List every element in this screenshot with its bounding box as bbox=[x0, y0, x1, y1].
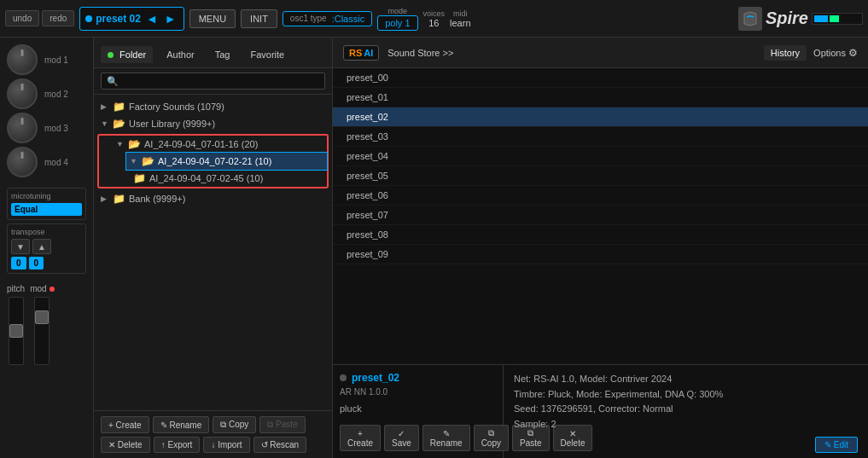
tree-arrow-ai1: ▼ bbox=[116, 140, 125, 148]
preset-item[interactable]: preset_00 bbox=[333, 68, 868, 88]
mod4-row: mod 4 bbox=[7, 147, 86, 177]
tree-arrow-ai2: ▼ bbox=[130, 157, 138, 165]
tree-item-ai-folder1[interactable]: ▼ 📂 AI_24-09-04_07-01-16 (20) bbox=[113, 136, 327, 153]
transpose-val2[interactable]: 0 bbox=[29, 257, 44, 270]
top-bar: undo redo preset 02 ◄ ► MENU INIT osc1 t… bbox=[0, 0, 868, 38]
mod1-knob[interactable] bbox=[7, 44, 38, 75]
midi-learn-button[interactable]: learn bbox=[450, 18, 470, 28]
preset-item[interactable]: preset_02 bbox=[333, 107, 868, 127]
seed-info: Seed: 1376296591, Corrector: Normal bbox=[514, 402, 858, 417]
mode-value[interactable]: poly 1 bbox=[377, 15, 417, 31]
tree-item-ai-folder3[interactable]: 📁 AI_24-09-04_07-02-45 (10) bbox=[126, 170, 327, 187]
copy-folder-button[interactable]: ⧉ Copy bbox=[213, 416, 256, 433]
rename-folder-button[interactable]: ✎ Rename bbox=[153, 416, 210, 433]
preset-item[interactable]: preset_07 bbox=[333, 206, 868, 225]
mod-slider-label: mod bbox=[30, 284, 46, 293]
menu-button[interactable]: MENU bbox=[189, 9, 236, 28]
ai-folder3-label: AI_24-09-04_07-02-45 (10) bbox=[149, 173, 263, 183]
folder-icon-userlibrary: 📂 bbox=[113, 118, 125, 130]
osc-label: osc1 type bbox=[290, 14, 327, 23]
bank-label: Bank (9999+) bbox=[129, 194, 185, 204]
pitch-slider[interactable] bbox=[9, 297, 24, 365]
transpose-section: transpose ▼ ▲ 0 0 bbox=[7, 223, 86, 274]
mod4-knob[interactable] bbox=[7, 147, 38, 177]
search-input[interactable] bbox=[101, 72, 325, 90]
tab-author-label: Author bbox=[166, 49, 194, 60]
preset-type: pluck bbox=[340, 403, 496, 414]
bottom-rename-button[interactable]: ✎ Rename bbox=[422, 425, 470, 451]
delete-folder-button[interactable]: ✕ Delete bbox=[101, 437, 150, 453]
tab-favorite[interactable]: Favorite bbox=[243, 46, 291, 63]
import-folder-button[interactable]: ↓ Import bbox=[203, 437, 249, 453]
preset-dot bbox=[85, 15, 92, 22]
preset-info-right: Net: RS-AI 1.0, Model: Contriver 2024 Ti… bbox=[504, 365, 868, 458]
gear-icon: ⚙ bbox=[848, 47, 858, 59]
tree-item-ai-folder2[interactable]: ▼ 📂 AI_24-09-04_07-02-21 (10) bbox=[126, 153, 327, 170]
transpose-up-button[interactable]: ▲ bbox=[32, 239, 51, 254]
sound-store-link[interactable]: Sound Store >> bbox=[387, 48, 453, 58]
undo-redo-group: undo redo bbox=[5, 10, 74, 26]
options-label: Options bbox=[813, 48, 846, 58]
export-folder-button[interactable]: ↑ Export bbox=[154, 437, 201, 453]
init-button[interactable]: INIT bbox=[241, 9, 277, 28]
transpose-arrows: ▼ ▲ bbox=[11, 239, 82, 254]
mod-slider[interactable] bbox=[34, 297, 50, 365]
osc-value: :Classic bbox=[332, 14, 365, 24]
preset-item[interactable]: preset_06 bbox=[333, 186, 868, 206]
history-tab[interactable]: History bbox=[764, 45, 807, 61]
undo-button[interactable]: undo bbox=[5, 10, 39, 26]
tab-favorite-label: Favorite bbox=[250, 49, 284, 60]
folder-icon-ai1: 📂 bbox=[128, 138, 141, 150]
preset-name: preset 02 bbox=[96, 13, 141, 25]
tab-tag[interactable]: Tag bbox=[208, 46, 237, 63]
transpose-label: transpose bbox=[11, 228, 82, 236]
tree-item-bank[interactable]: ▶ 📁 Bank (9999+) bbox=[94, 190, 332, 207]
tree-item-factory[interactable]: ▶ 📁 Factory Sounds (1079) bbox=[94, 98, 332, 115]
voices-label: voices bbox=[423, 9, 446, 18]
preset-item[interactable]: preset_08 bbox=[333, 225, 868, 245]
create-folder-button[interactable]: + Create bbox=[101, 416, 149, 433]
voices-section: voices 16 bbox=[423, 9, 446, 28]
tree-buttons: + Create ✎ Rename ⧉ Copy ⧉ Paste ✕ Delet… bbox=[94, 410, 332, 458]
preset-item[interactable]: preset_05 bbox=[333, 166, 868, 186]
voices-value: 16 bbox=[428, 18, 439, 28]
user-library-label: User Library (9999+) bbox=[129, 119, 215, 129]
mod2-label: mod 2 bbox=[44, 90, 68, 99]
tree-container: ▶ 📁 Factory Sounds (1079) ▼ 📂 User Libra… bbox=[94, 95, 332, 410]
right-panel: RS AI Sound Store >> History Options ⚙ p… bbox=[333, 38, 868, 458]
mod2-knob[interactable] bbox=[7, 78, 38, 109]
rs-label: RS bbox=[349, 48, 362, 58]
tree-item-userlibrary[interactable]: ▼ 📂 User Library (9999+) bbox=[94, 115, 332, 132]
preset-item[interactable]: preset_04 bbox=[333, 147, 868, 166]
midi-label: midi bbox=[453, 9, 468, 18]
preset-item[interactable]: preset_01 bbox=[333, 88, 868, 107]
net-info: Net: RS-AI 1.0, Model: Contriver 2024 bbox=[514, 372, 858, 387]
transpose-down-button[interactable]: ▼ bbox=[11, 239, 30, 254]
bottom-save-button[interactable]: ✓ Save bbox=[384, 425, 419, 451]
ai-folder2-label: AI_24-09-04_07-02-21 (10) bbox=[158, 156, 271, 166]
mod3-knob[interactable] bbox=[7, 113, 38, 143]
bottom-create-button[interactable]: + Create bbox=[340, 425, 381, 451]
folder-active-dot bbox=[108, 52, 114, 58]
ai-label: AI bbox=[364, 48, 373, 58]
transpose-val1[interactable]: 0 bbox=[11, 257, 26, 270]
tab-folder[interactable]: Folder bbox=[101, 46, 153, 63]
tab-author[interactable]: Author bbox=[160, 46, 201, 63]
osc-type-selector[interactable]: osc1 type :Classic bbox=[283, 11, 372, 26]
preset-item[interactable]: preset_03 bbox=[333, 127, 868, 147]
mod1-label: mod 1 bbox=[44, 55, 68, 65]
mod1-row: mod 1 bbox=[7, 44, 86, 75]
options-tab[interactable]: Options ⚙ bbox=[813, 47, 858, 59]
rescan-folder-button[interactable]: ↺ Rescan bbox=[253, 437, 307, 453]
rs-ai-badge: RS AI bbox=[343, 45, 379, 61]
search-bar bbox=[94, 68, 332, 95]
preset-item[interactable]: preset_09 bbox=[333, 245, 868, 264]
microtuning-dropdown[interactable]: Equal bbox=[11, 203, 82, 216]
redo-button[interactable]: redo bbox=[42, 10, 74, 26]
timbre-info: Timbre: Pluck, Mode: Experimental, DNA Q… bbox=[514, 387, 858, 403]
preset-prev-button[interactable]: ◄ bbox=[144, 12, 160, 26]
preset-next-button[interactable]: ► bbox=[163, 12, 178, 26]
logo-icon bbox=[738, 7, 762, 31]
preset-tag: AR NN 1.0.0 bbox=[340, 387, 496, 397]
edit-button[interactable]: ✎ Edit bbox=[815, 437, 858, 453]
